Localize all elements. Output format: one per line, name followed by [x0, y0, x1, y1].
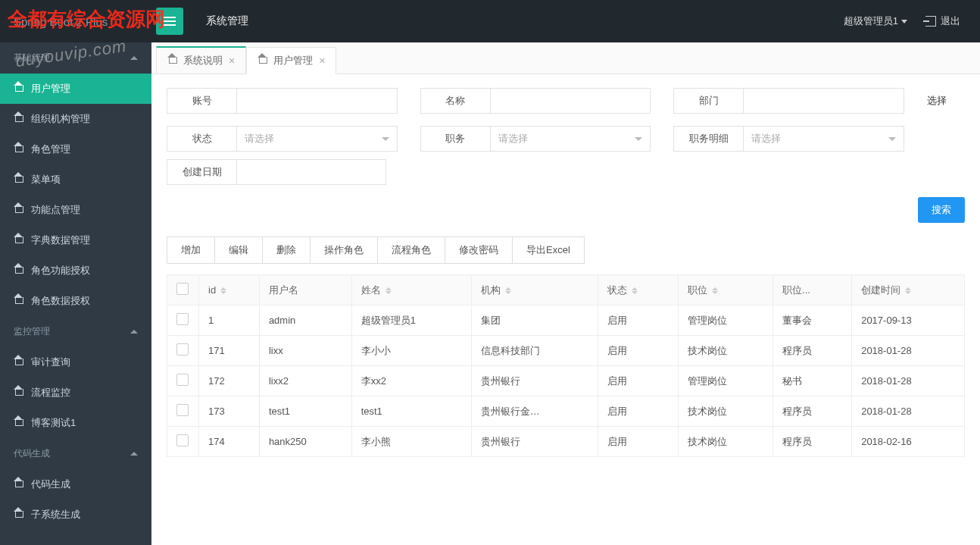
chevron-down-icon: [382, 137, 389, 141]
cell-user: lixx2: [259, 366, 351, 396]
cell-pos: 技术岗位: [678, 336, 772, 366]
house-icon: [14, 146, 23, 153]
house-icon: [14, 176, 23, 183]
cell-name: 超级管理员1: [351, 305, 471, 336]
tab-user-mgmt[interactable]: 用户管理 ×: [246, 47, 336, 74]
user-dropdown[interactable]: 超级管理员1: [844, 14, 907, 28]
menu-toggle-button[interactable]: [156, 8, 183, 35]
col-status[interactable]: 状态: [598, 275, 679, 305]
input-dept[interactable]: [743, 88, 904, 114]
col-org[interactable]: 机构: [471, 275, 598, 305]
cell-ct: 2018-01-28: [852, 396, 965, 427]
hamburger-icon: [164, 17, 176, 26]
logout-label: 退出: [941, 14, 960, 28]
checkbox-row[interactable]: [176, 404, 189, 416]
field-status: 状态 请选择: [167, 126, 398, 152]
input-name[interactable]: [490, 88, 651, 114]
chevron-down-icon: [888, 137, 896, 141]
table-row[interactable]: 172lixx2李xx2贵州银行启用管理岗位秘书2018-01-28: [167, 366, 965, 396]
sidebar-group-codegen[interactable]: 代码生成: [0, 438, 151, 469]
house-icon: [167, 57, 177, 64]
close-icon[interactable]: ×: [229, 55, 235, 67]
select-job[interactable]: 请选择: [490, 126, 651, 152]
chevron-up-icon: [130, 56, 138, 60]
cell-id: 172: [199, 366, 260, 396]
chevron-down-icon: [635, 137, 642, 141]
col-posd[interactable]: 职位...: [773, 275, 852, 305]
house-icon: [14, 206, 23, 214]
brand-logo: Spring Boot 2 Plus: [0, 15, 151, 28]
cell-org: 集团: [471, 305, 598, 336]
input-account[interactable]: [236, 88, 398, 114]
table-row[interactable]: 173test1test1贵州银行金…启用技术岗位程序员2018-01-28: [167, 396, 965, 427]
user-table: id 用户名 姓名 机构 状态 职位 职位... 创建时间 1admin超级管理…: [167, 274, 965, 457]
label-create-date: 创建日期: [167, 159, 236, 185]
cell-id: 174: [199, 427, 260, 457]
add-button[interactable]: 增加: [167, 236, 215, 264]
sidebar-item-role-mgmt[interactable]: 角色管理: [0, 134, 151, 164]
sidebar-item-role-func-auth[interactable]: 角色功能授权: [0, 255, 151, 286]
sidebar-item-audit[interactable]: 审计查询: [0, 347, 151, 377]
cell-org: 贵州银行金…: [471, 396, 598, 427]
search-button[interactable]: 搜索: [918, 197, 965, 223]
checkbox-row[interactable]: [176, 313, 189, 325]
label-dept: 部门: [673, 88, 743, 114]
sidebar-item-function-mgmt[interactable]: 功能点管理: [0, 195, 151, 225]
sidebar-item-dict-mgmt[interactable]: 字典数据管理: [0, 225, 151, 255]
sidebar-item-subsystem-gen[interactable]: 子系统生成: [0, 500, 151, 530]
field-create-date: 创建日期: [167, 159, 386, 185]
col-name[interactable]: 姓名: [351, 275, 471, 305]
label-status: 状态: [167, 126, 236, 152]
cell-posd: 秘书: [773, 366, 852, 396]
sidebar-group-base[interactable]: 基础管理: [0, 42, 151, 74]
col-create-time[interactable]: 创建时间: [852, 275, 965, 305]
change-pwd-button[interactable]: 修改密码: [445, 236, 513, 264]
tabs-bar: 系统说明 × 用户管理 ×: [151, 42, 980, 74]
col-username[interactable]: 用户名: [259, 275, 351, 305]
edit-button[interactable]: 编辑: [215, 236, 263, 264]
cell-status: 启用: [598, 336, 679, 366]
flow-role-button[interactable]: 流程角色: [378, 236, 445, 264]
tab-system-desc[interactable]: 系统说明 ×: [156, 46, 246, 74]
logout-button[interactable]: 退出: [925, 14, 960, 28]
table-row[interactable]: 171lixx李小小信息科技部门启用技术岗位程序员2018-01-28: [167, 336, 965, 366]
input-create-date[interactable]: [236, 159, 386, 185]
sidebar-item-flow-monitor[interactable]: 流程监控: [0, 377, 151, 408]
col-id[interactable]: id: [199, 275, 260, 305]
op-role-button[interactable]: 操作角色: [311, 236, 378, 264]
house-icon: [14, 115, 23, 123]
choose-link[interactable]: 选择: [927, 94, 965, 108]
sidebar-item-blog-test[interactable]: 博客测试1: [0, 408, 151, 438]
export-excel-button[interactable]: 导出Excel: [513, 236, 585, 264]
sidebar-item-codegen[interactable]: 代码生成: [0, 469, 151, 500]
checkbox-row[interactable]: [176, 343, 189, 356]
sidebar-item-user-mgmt[interactable]: 用户管理: [0, 74, 151, 104]
sort-icon: [385, 287, 392, 294]
cell-status: 启用: [598, 396, 679, 427]
sidebar-group-monitor[interactable]: 监控管理: [0, 316, 151, 347]
table-row[interactable]: 1admin超级管理员1集团启用管理岗位董事会2017-09-13: [167, 305, 965, 336]
cell-ct: 2018-01-28: [852, 336, 965, 366]
sidebar-item-role-data-auth[interactable]: 角色数据授权: [0, 286, 151, 316]
select-status[interactable]: 请选择: [236, 126, 398, 152]
select-job-detail[interactable]: 请选择: [743, 126, 904, 152]
sort-icon: [712, 287, 718, 294]
table-row[interactable]: 174hank250李小熊贵州银行启用技术岗位程序员2018-02-16: [167, 427, 965, 457]
checkbox-all[interactable]: [176, 283, 189, 295]
cell-ct: 2017-09-13: [852, 305, 965, 336]
house-icon: [14, 511, 23, 518]
chevron-up-icon: [130, 452, 138, 456]
cell-id: 1: [199, 305, 260, 336]
checkbox-row[interactable]: [176, 374, 189, 386]
chevron-up-icon: [130, 330, 138, 334]
checkbox-row[interactable]: [176, 434, 189, 446]
close-icon[interactable]: ×: [319, 55, 325, 67]
field-account: 账号: [167, 88, 398, 114]
delete-button[interactable]: 删除: [263, 236, 311, 264]
sidebar-item-org-mgmt[interactable]: 组织机构管理: [0, 104, 151, 134]
house-icon: [14, 481, 23, 488]
cell-status: 启用: [598, 305, 679, 336]
col-pos[interactable]: 职位: [678, 275, 772, 305]
cell-user: hank250: [259, 427, 351, 457]
sidebar-item-menu-item[interactable]: 菜单项: [0, 164, 151, 195]
